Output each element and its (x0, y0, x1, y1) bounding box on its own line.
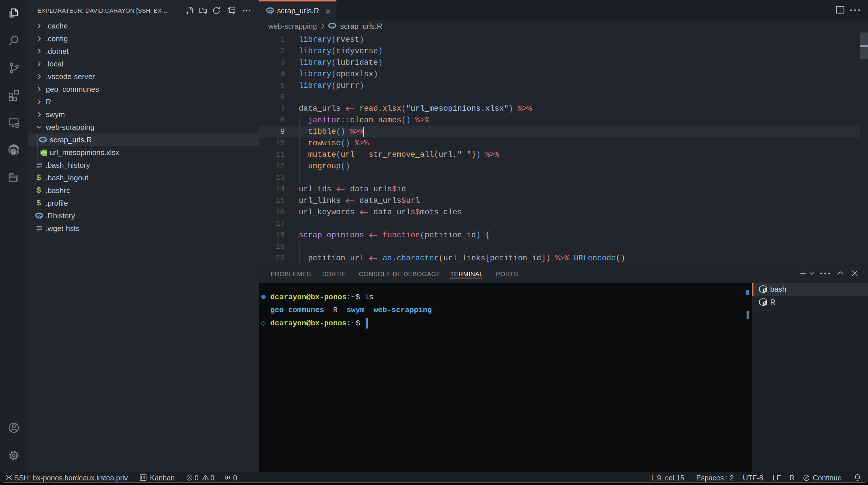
svg-text:$: $ (764, 302, 766, 305)
svg-text:R: R (38, 215, 41, 220)
svg-text:R: R (41, 139, 45, 144)
svg-text:$: $ (764, 289, 766, 292)
svg-text:X: X (40, 150, 43, 155)
svg-text:R: R (269, 9, 273, 15)
svg-text:R: R (331, 25, 334, 30)
